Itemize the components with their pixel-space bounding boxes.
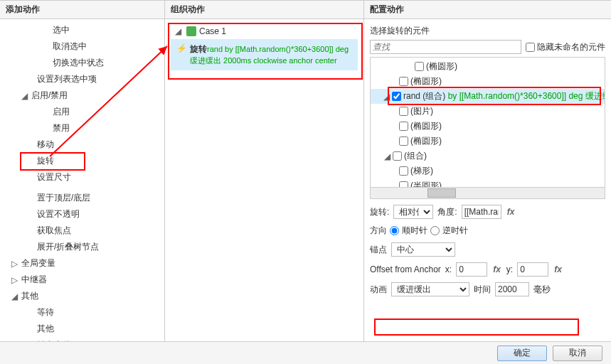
widget-row[interactable]: (椭圆形)	[371, 74, 605, 89]
action-set-size[interactable]: 设置尺寸	[0, 169, 164, 186]
cancel-button[interactable]: 取消	[553, 346, 602, 361]
time-label: 时间	[474, 284, 491, 296]
horizontal-scrollbar[interactable]	[371, 187, 605, 198]
widget-checkbox[interactable]	[399, 77, 408, 86]
anim-select[interactable]: 缓进缓出	[391, 282, 469, 296]
anchor-select[interactable]: 中心	[391, 242, 455, 257]
widget-checkbox[interactable]	[393, 151, 402, 161]
hide-unnamed-label[interactable]: 隐藏未命名的元件	[526, 41, 605, 53]
widget-checkbox[interactable]	[399, 136, 408, 146]
widget-row[interactable]: ◢(组合)	[371, 149, 605, 164]
case-icon	[186, 26, 196, 36]
anchor-label: 锚点	[370, 244, 387, 256]
widget-checkbox[interactable]	[399, 166, 408, 176]
ccw-radio[interactable]	[430, 226, 440, 235]
widget-tree[interactable]: (椭圆形) (椭圆形) ◢rand (组合) by [[Math.random(…	[370, 57, 605, 199]
action-other[interactable]: 其他	[0, 321, 164, 337]
category-enable-disable[interactable]: ◢启用/禁用	[0, 87, 164, 104]
angle-input[interactable]	[462, 205, 501, 219]
action-bring-front-back[interactable]: 置于顶层/底层	[0, 190, 164, 206]
offset-y-input[interactable]	[517, 262, 548, 277]
case-row[interactable]: ◢ Case 1	[171, 25, 358, 38]
rotate-label: 旋转:	[370, 206, 389, 218]
rotate-mode-select[interactable]: 相对位	[393, 205, 433, 219]
action-rotate[interactable]: 旋转	[0, 153, 164, 169]
case-action[interactable]: ⚡ 旋转rand by [[Math.random()*360+3600]] d…	[171, 39, 358, 70]
widget-row[interactable]: (椭圆形)	[371, 119, 605, 134]
hide-unnamed-checkbox[interactable]	[526, 43, 535, 52]
category-other[interactable]: ◢其他	[0, 288, 164, 304]
search-input[interactable]	[370, 40, 521, 54]
action-toggle-select[interactable]: 切换选中状态	[0, 55, 164, 71]
action-set-list-selection[interactable]: 设置列表选中项	[0, 71, 164, 87]
case-label: Case 1	[199, 26, 226, 36]
chevron-down-icon: ◢	[10, 292, 18, 301]
action-disable[interactable]: 禁用	[0, 120, 164, 136]
ok-button[interactable]: 确定	[497, 346, 547, 361]
action-deselect[interactable]: 取消选中	[0, 38, 164, 55]
widget-row[interactable]: (椭圆形)	[371, 134, 605, 149]
chevron-right-icon: ▷	[10, 259, 18, 268]
action-raise-event[interactable]: 触发事件	[0, 337, 164, 341]
category-repeater[interactable]: ▷中继器	[0, 272, 164, 288]
action-tree: 选中 取消选中 切换选中状态 设置列表选中项 ◢启用/禁用 启用 禁用 移动 旋…	[0, 19, 164, 341]
chevron-down-icon: ◢	[174, 27, 182, 36]
action-name: 旋转	[190, 44, 207, 54]
action-move[interactable]: 移动	[0, 136, 164, 153]
chevron-down-icon: ◢	[383, 92, 390, 102]
scrollbar-thumb[interactable]	[427, 188, 456, 198]
cw-radio[interactable]	[390, 226, 399, 235]
ms-label: 毫秒	[533, 284, 551, 296]
chevron-down-icon: ◢	[20, 92, 28, 100]
configure-action-header: 配置动作	[364, 1, 611, 19]
widget-row-selected[interactable]: ◢rand (组合) by [[Math.random()*360+3600]]…	[371, 89, 605, 104]
lightning-icon: ⚡	[176, 43, 187, 53]
organize-action-header: 组织动作	[165, 1, 363, 19]
widget-checkbox[interactable]	[392, 92, 401, 101]
action-get-focus[interactable]: 获取焦点	[0, 223, 164, 239]
action-select[interactable]: 选中	[0, 22, 164, 38]
anim-label: 动画	[370, 284, 387, 296]
widget-row[interactable]: (椭圆形)	[371, 59, 605, 74]
add-action-header: 添加动作	[0, 1, 164, 19]
fx-button[interactable]: fx	[506, 207, 516, 217]
category-global-var[interactable]: ▷全局变量	[0, 255, 164, 272]
offset-y-label: y:	[506, 264, 513, 274]
select-widget-title: 选择旋转的元件	[370, 25, 605, 37]
chevron-right-icon: ▷	[10, 276, 18, 284]
offset-x-input[interactable]	[456, 262, 487, 277]
action-wait[interactable]: 等待	[0, 304, 164, 321]
angle-label: 角度:	[437, 206, 457, 218]
widget-row[interactable]: (梯形)	[371, 164, 605, 178]
action-detail: rand by [[Math.random()*360+3600]] deg 缓…	[190, 45, 349, 65]
chevron-down-icon: ◢	[383, 151, 390, 161]
widget-checkbox[interactable]	[415, 62, 424, 71]
fx-button[interactable]: fx	[492, 264, 502, 274]
action-enable[interactable]: 启用	[0, 104, 164, 120]
widget-checkbox[interactable]	[399, 122, 408, 131]
action-set-opacity[interactable]: 设置不透明	[0, 206, 164, 223]
fx-button[interactable]: fx	[553, 264, 563, 274]
action-expand-collapse[interactable]: 展开/折叠树节点	[0, 239, 164, 255]
widget-checkbox[interactable]	[399, 107, 408, 116]
widget-row[interactable]: (图片)	[371, 104, 605, 119]
offset-label: Offset from Anchor	[370, 264, 441, 274]
direction-label: 方向	[370, 225, 387, 237]
time-input[interactable]	[495, 282, 529, 296]
offset-x-label: x:	[445, 264, 452, 274]
